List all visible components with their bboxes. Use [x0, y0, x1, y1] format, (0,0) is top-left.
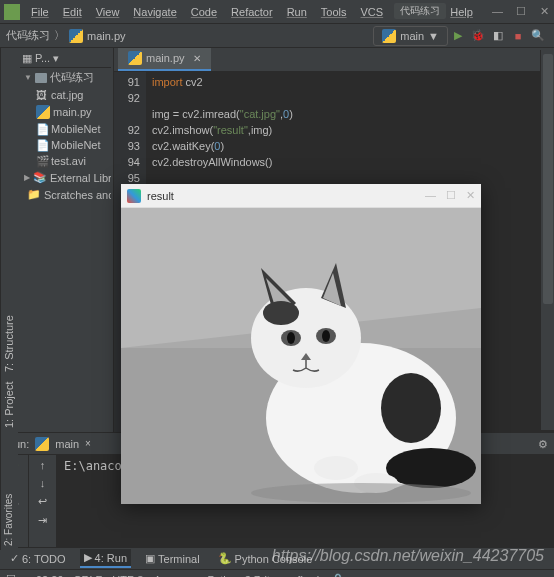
menu-bar: File Edit View Navigate Code Refactor Ru…: [0, 0, 554, 24]
menu-help[interactable]: Help: [443, 3, 480, 21]
down-button[interactable]: ↓: [40, 477, 46, 489]
tree-file[interactable]: 🎬test.avi: [20, 153, 111, 169]
app-icon: [4, 4, 20, 20]
cv-titlebar[interactable]: result — ☐ ✕: [121, 184, 481, 208]
run-config-label: main: [400, 30, 424, 42]
cv-image-content: [121, 208, 481, 504]
cursor-position: 92:29: [36, 574, 64, 578]
menu-file[interactable]: File: [24, 3, 56, 21]
run-tab[interactable]: ▶ 4: Run: [80, 549, 131, 568]
tree-file[interactable]: 📄MobileNet: [20, 121, 111, 137]
svg-point-14: [322, 330, 330, 342]
menu-refactor[interactable]: Refactor: [224, 3, 280, 21]
dropdown-icon: ▼: [428, 30, 439, 42]
encoding[interactable]: UTF-8: [112, 574, 143, 578]
minimize-icon[interactable]: —: [492, 5, 502, 18]
run-tab[interactable]: main: [55, 438, 79, 450]
tab-label: main.py: [146, 52, 185, 64]
editor-scrollbar[interactable]: [540, 50, 554, 430]
indent[interactable]: 4 spaces: [153, 574, 197, 578]
cv-title: result: [147, 190, 425, 202]
lock-icon[interactable]: 🔒: [331, 573, 345, 577]
up-button[interactable]: ↑: [40, 459, 46, 471]
watermark: https://blog.csdn.net/weixin_44237705: [272, 547, 544, 565]
terminal-tab[interactable]: ▣ Terminal: [141, 550, 204, 567]
svg-point-13: [287, 332, 295, 344]
close-tab-icon[interactable]: ×: [85, 438, 91, 449]
soft-wrap-button[interactable]: ↩: [38, 495, 47, 508]
coverage-button[interactable]: ◧: [491, 29, 505, 43]
close-tab-icon[interactable]: ✕: [193, 53, 201, 64]
python-icon: [35, 437, 49, 451]
breadcrumb: 代码练习 〉 main.py: [6, 28, 126, 43]
tree-selector[interactable]: ▦ P... ▾: [22, 52, 59, 65]
opencv-window: result — ☐ ✕: [121, 184, 481, 504]
svg-point-5: [381, 373, 441, 443]
tree-header: ▦ P... ▾: [20, 50, 111, 68]
menu-tools[interactable]: Tools: [314, 3, 354, 21]
chevron-icon: 〉: [54, 28, 65, 43]
settings-icon[interactable]: ⚙: [538, 438, 548, 451]
menu-view[interactable]: View: [89, 3, 127, 21]
nav-toolbar: 代码练习 〉 main.py main ▼ ▶ 🐞 ◧ ■ 🔍: [0, 24, 554, 48]
project-tag: 代码练习: [394, 3, 446, 19]
search-button[interactable]: 🔍: [531, 29, 545, 43]
interpreter[interactable]: Python 3.7 (tensorflow): [207, 574, 320, 578]
menu-navigate[interactable]: Navigate: [126, 3, 183, 21]
maximize-icon[interactable]: ☐: [446, 189, 456, 202]
scroll-button[interactable]: ⇥: [38, 514, 47, 527]
breadcrumb-project[interactable]: 代码练习: [6, 28, 50, 43]
python-icon: [128, 51, 142, 65]
run-button[interactable]: ▶: [451, 29, 465, 43]
project-tab[interactable]: 1: Project: [3, 382, 16, 428]
close-icon[interactable]: ✕: [466, 189, 475, 202]
editor-tab[interactable]: main.py ✕: [118, 48, 211, 71]
todo-tab[interactable]: ✓ 6: TODO: [6, 550, 70, 567]
run-config-selector[interactable]: main ▼: [373, 26, 448, 46]
menu-code[interactable]: Code: [184, 3, 224, 21]
tree-root[interactable]: ▼代码练习: [20, 68, 111, 87]
svg-point-17: [314, 456, 358, 480]
python-icon: [382, 29, 396, 43]
project-tree: ▦ P... ▾ ▼代码练习 🖼cat.jpg main.py 📄MobileN…: [18, 48, 114, 432]
tree-file[interactable]: main.py: [20, 103, 111, 121]
svg-point-19: [251, 483, 471, 503]
tree-file[interactable]: 📄MobileNet: [20, 137, 111, 153]
structure-tab[interactable]: 7: Structure: [3, 315, 16, 372]
svg-point-4: [386, 448, 476, 488]
tree-scratches[interactable]: 📁Scratches and: [20, 186, 111, 203]
close-icon[interactable]: ✕: [540, 5, 550, 18]
debug-button[interactable]: 🐞: [471, 29, 485, 43]
stop-button[interactable]: ■: [511, 29, 525, 43]
favorites-tab[interactable]: 2: Favorites: [0, 432, 18, 550]
tree-file[interactable]: 🖼cat.jpg: [20, 87, 111, 103]
breadcrumb-file[interactable]: main.py: [87, 30, 126, 42]
events-icon[interactable]: ☐: [6, 573, 16, 577]
left-tool-tabs: 1: Project 7: Structure: [0, 48, 18, 432]
opencv-icon: [127, 189, 141, 203]
minimize-icon[interactable]: —: [425, 189, 436, 202]
menu-edit[interactable]: Edit: [56, 3, 89, 21]
line-ending[interactable]: CRLF: [74, 574, 103, 578]
python-icon: [69, 29, 83, 43]
menu-run[interactable]: Run: [280, 3, 314, 21]
svg-point-16: [263, 301, 299, 325]
tree-external[interactable]: ▶📚External Librar: [20, 169, 111, 186]
scrollbar-thumb[interactable]: [543, 54, 553, 304]
maximize-icon[interactable]: ☐: [516, 5, 526, 18]
menu-vcs[interactable]: VCS: [354, 3, 391, 21]
status-bar: ☐ 92:29 CRLF UTF-8 4 spaces Python 3.7 (…: [0, 569, 554, 577]
